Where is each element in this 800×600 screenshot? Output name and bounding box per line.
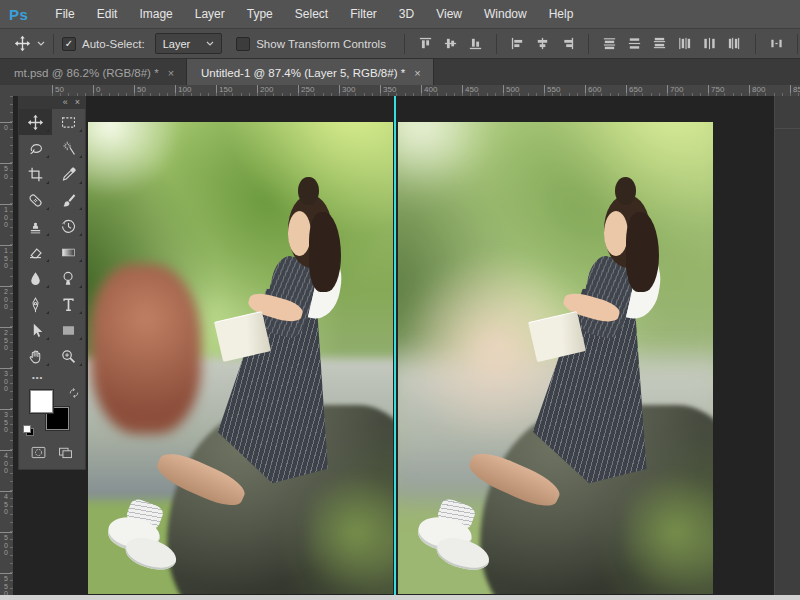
move-tool[interactable] bbox=[19, 109, 52, 135]
collapse-panel-icon[interactable]: « bbox=[63, 96, 68, 109]
zoom-tool[interactable] bbox=[52, 343, 85, 369]
chevron-down-icon bbox=[206, 41, 214, 47]
hruler-label: 650 bbox=[626, 85, 642, 95]
distribute-top-edges-icon[interactable] bbox=[602, 36, 617, 51]
edit-toolbar-button[interactable]: ••• bbox=[19, 369, 85, 385]
menu-file[interactable]: File bbox=[44, 0, 85, 28]
rectangular-marquee-tool[interactable] bbox=[52, 109, 85, 135]
tab-label: mt.psd @ 86.2% (RGB/8#) * bbox=[14, 67, 159, 79]
dodge-tool[interactable] bbox=[52, 265, 85, 291]
separator bbox=[404, 34, 405, 54]
move-tool-icon[interactable] bbox=[14, 35, 31, 52]
blur-tool[interactable] bbox=[19, 265, 52, 291]
document-tab-2[interactable]: Untitled-1 @ 87.4% (Layer 5, RGB/8#) *× bbox=[187, 59, 434, 87]
gradient-tool[interactable] bbox=[52, 239, 85, 265]
align-left-edges-icon[interactable] bbox=[510, 36, 525, 51]
photo-original[interactable] bbox=[88, 122, 393, 594]
align-horizontal-centers-icon[interactable] bbox=[535, 36, 550, 51]
history-brush-tool[interactable] bbox=[52, 213, 85, 239]
align-bottom-edges-icon[interactable] bbox=[468, 36, 483, 51]
swap-colors-icon[interactable] bbox=[68, 387, 80, 399]
document-image-original[interactable] bbox=[88, 122, 393, 594]
clone-stamp-tool[interactable] bbox=[19, 213, 52, 239]
menu-view[interactable]: View bbox=[425, 0, 473, 28]
spot-healing-brush-tool[interactable] bbox=[19, 187, 52, 213]
distribute-right-edges-icon[interactable] bbox=[727, 36, 742, 51]
move-tool-icon bbox=[27, 114, 44, 131]
vertical-ruler[interactable]: 05 01 0 01 5 02 0 02 5 03 0 03 5 04 0 04… bbox=[0, 96, 14, 595]
hruler-label: 750 bbox=[708, 85, 724, 95]
menu-filter[interactable]: Filter bbox=[339, 0, 388, 28]
align-right-edges-icon[interactable] bbox=[560, 36, 575, 51]
close-tab-icon[interactable]: × bbox=[168, 67, 174, 79]
eraser-tool[interactable] bbox=[19, 239, 52, 265]
lasso-tool[interactable] bbox=[19, 135, 52, 161]
show-transform-controls-checkbox[interactable] bbox=[236, 37, 250, 51]
type-tool[interactable] bbox=[52, 291, 85, 317]
path-selection-tool[interactable] bbox=[19, 317, 52, 343]
magic-wand-tool[interactable] bbox=[52, 135, 85, 161]
distribute-bottom-edges-icon[interactable] bbox=[652, 36, 667, 51]
document-tab-1[interactable]: mt.psd @ 86.2% (RGB/8#) *× bbox=[0, 59, 187, 87]
hand-tool-icon bbox=[27, 348, 44, 365]
rectangle-tool[interactable] bbox=[52, 317, 85, 343]
menu-layer[interactable]: Layer bbox=[184, 0, 236, 28]
brush-tool[interactable] bbox=[52, 187, 85, 213]
auto-select-checkbox[interactable]: ✓ bbox=[62, 37, 76, 51]
quick-mask-mode-icon[interactable] bbox=[30, 444, 47, 461]
vruler-label: 3 0 0 bbox=[0, 368, 12, 393]
hand-tool[interactable] bbox=[19, 343, 52, 369]
distribute-spacing-icon[interactable] bbox=[769, 36, 784, 51]
photo-blurred-background[interactable] bbox=[398, 122, 713, 594]
menu-window[interactable]: Window bbox=[473, 0, 538, 28]
document-image-blurred[interactable] bbox=[398, 122, 713, 594]
vruler-label: 4 0 0 bbox=[0, 450, 12, 475]
eyedropper-tool[interactable] bbox=[52, 161, 85, 187]
distribute-vertical-centers-icon[interactable] bbox=[627, 36, 642, 51]
panel-dock-edge bbox=[774, 96, 800, 595]
align-top-edges-icon[interactable] bbox=[418, 36, 433, 51]
hruler-label: 100 bbox=[175, 85, 191, 95]
pen-tool[interactable] bbox=[19, 291, 52, 317]
lasso-tool-icon bbox=[27, 140, 44, 157]
tool-preset-chevron-icon[interactable] bbox=[37, 41, 45, 47]
foreground-color-swatch[interactable] bbox=[30, 390, 53, 413]
photo-layer-fountain bbox=[91, 264, 201, 434]
photo-layer-bun bbox=[298, 177, 318, 205]
gradient-tool-icon bbox=[60, 244, 77, 261]
guide-line[interactable] bbox=[394, 96, 396, 595]
tools-panel-header: « × bbox=[19, 96, 85, 109]
distribute-horizontal-centers-icon[interactable] bbox=[702, 36, 717, 51]
distribute-left-edges-icon[interactable] bbox=[677, 36, 692, 51]
menu-select[interactable]: Select bbox=[284, 0, 339, 28]
hruler-label: 500 bbox=[503, 85, 519, 95]
layer-select-dropdown[interactable]: Layer bbox=[155, 33, 223, 54]
menu-3d[interactable]: 3D bbox=[388, 0, 425, 28]
crop-tool-icon bbox=[27, 166, 44, 183]
hruler-label: 850 bbox=[790, 85, 800, 95]
brush-tool-icon bbox=[60, 192, 77, 209]
menu-edit[interactable]: Edit bbox=[86, 0, 129, 28]
rectangular-marquee-tool-icon bbox=[60, 114, 77, 131]
rectangle-tool-icon bbox=[60, 322, 77, 339]
hruler-label: 450 bbox=[462, 85, 478, 95]
canvas-area[interactable]: « × ••• bbox=[13, 96, 800, 595]
default-colors-icon[interactable] bbox=[23, 425, 34, 436]
close-panel-icon[interactable]: × bbox=[75, 96, 80, 109]
menu-help[interactable]: Help bbox=[538, 0, 585, 28]
align-vertical-centers-icon[interactable] bbox=[443, 36, 458, 51]
menu-items: FileEditImageLayerTypeSelectFilter3DView… bbox=[44, 0, 584, 28]
window-bottom-edge bbox=[0, 595, 800, 600]
tools-grid bbox=[19, 109, 85, 369]
menu-image[interactable]: Image bbox=[128, 0, 183, 28]
vruler-label: 5 5 0 bbox=[0, 573, 12, 598]
hruler-label: 800 bbox=[749, 85, 765, 95]
close-tab-icon[interactable]: × bbox=[414, 67, 420, 79]
tab-label: Untitled-1 @ 87.4% (Layer 5, RGB/8#) * bbox=[201, 67, 405, 79]
screen-mode-icon[interactable] bbox=[57, 444, 74, 461]
photo-layer-face bbox=[288, 211, 311, 256]
menu-type[interactable]: Type bbox=[236, 0, 284, 28]
history-brush-tool-icon bbox=[60, 218, 77, 235]
crop-tool[interactable] bbox=[19, 161, 52, 187]
tools-panel: « × ••• bbox=[18, 96, 86, 470]
